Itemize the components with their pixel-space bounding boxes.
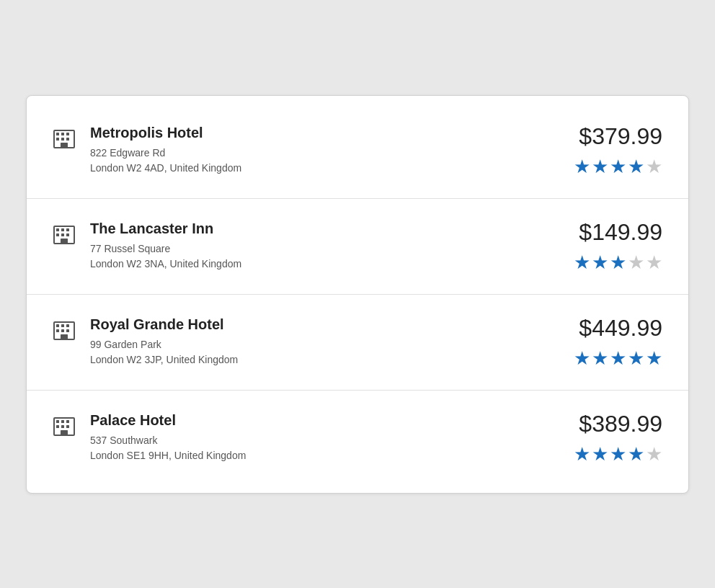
star-empty-icon: ★ [646,156,662,178]
hotel-address-line1: 537 Southwark [90,433,246,448]
svg-rect-23 [61,334,68,339]
hotel-name: Royal Grande Hotel [90,316,238,333]
hotel-right-metropolis: $379.99 ★★★★★ [574,123,662,178]
hotel-address-line2: London W2 3NA, United Kingdom [90,257,241,272]
hotel-right-lancaster: $149.99 ★★★★★ [574,219,662,274]
svg-rect-6 [66,138,69,141]
star-filled-icon: ★ [646,347,662,370]
svg-rect-7 [61,143,68,148]
hotel-left-lancaster: The Lancaster Inn 77 Russel Square Londo… [53,220,241,272]
star-filled-icon: ★ [592,156,608,178]
star-filled-icon: ★ [628,347,644,370]
hotel-item-lancaster[interactable]: The Lancaster Inn 77 Russel Square Londo… [27,199,688,295]
star-filled-icon: ★ [574,443,590,466]
hotel-price: $449.99 [574,315,662,342]
svg-rect-15 [61,239,68,244]
hotel-name: Palace Hotel [90,412,246,429]
star-filled-icon: ★ [610,156,626,178]
hotel-left-royalgrande: Royal Grande Hotel 99 Garden Park London… [53,316,238,368]
star-filled-icon: ★ [574,347,590,370]
star-filled-icon: ★ [592,251,608,274]
hotel-right-palace: $389.99 ★★★★★ [574,411,662,466]
svg-rect-10 [61,228,64,231]
star-filled-icon: ★ [610,251,626,274]
hotel-left-palace: Palace Hotel 537 Southwark London SE1 9H… [53,412,246,463]
hotel-item-royalgrande[interactable]: Royal Grande Hotel 99 Garden Park London… [27,295,688,391]
star-filled-icon: ★ [628,443,644,466]
star-filled-icon: ★ [592,443,608,466]
hotel-price: $379.99 [574,123,662,150]
star-filled-icon: ★ [592,347,608,370]
hotel-address-line1: 77 Russel Square [90,241,241,257]
star-filled-icon: ★ [610,443,626,466]
svg-rect-11 [66,228,69,231]
hotel-right-royalgrande: $449.99 ★★★★★ [574,315,662,370]
hotel-info-palace: Palace Hotel 537 Southwark London SE1 9H… [90,412,246,463]
svg-rect-5 [61,138,64,141]
svg-rect-14 [66,233,69,236]
hotel-address-line2: London W2 3JP, United Kingdom [90,352,238,368]
svg-rect-27 [66,420,69,423]
star-filled-icon: ★ [610,347,626,370]
svg-rect-4 [56,138,59,141]
svg-rect-13 [61,233,64,236]
hotel-item-metropolis[interactable]: Metropolis Hotel 822 Edgware Rd London W… [27,103,688,199]
svg-rect-22 [66,329,69,332]
svg-rect-21 [61,329,64,332]
star-filled-icon: ★ [574,156,590,178]
hotel-address-line2: London SE1 9HH, United Kingdom [90,448,246,463]
svg-rect-28 [56,425,59,428]
star-filled-icon: ★ [574,251,590,274]
hotel-info-lancaster: The Lancaster Inn 77 Russel Square Londo… [90,220,241,272]
building-icon [53,319,76,342]
hotel-info-metropolis: Metropolis Hotel 822 Edgware Rd London W… [90,125,241,176]
hotel-stars: ★★★★★ [574,251,662,274]
building-icon [53,128,76,151]
svg-rect-31 [61,430,68,435]
hotel-address-line1: 822 Edgware Rd [90,146,241,161]
hotel-stars: ★★★★★ [574,156,662,178]
hotel-info-royalgrande: Royal Grande Hotel 99 Garden Park London… [90,316,238,368]
svg-rect-25 [56,420,59,423]
hotel-stars: ★★★★★ [574,347,662,370]
svg-rect-20 [56,329,59,332]
svg-rect-3 [66,133,69,135]
hotel-address-line2: London W2 4AD, United Kingdom [90,161,241,176]
svg-rect-29 [61,425,64,428]
hotel-name: Metropolis Hotel [90,125,241,141]
hotel-price: $149.99 [574,219,662,246]
svg-rect-18 [61,324,64,327]
star-empty-icon: ★ [646,251,662,274]
star-filled-icon: ★ [628,156,644,178]
building-icon [53,223,76,246]
hotel-stars: ★★★★★ [574,443,662,466]
building-icon [53,415,76,438]
svg-rect-2 [61,133,64,135]
hotel-address-line1: 99 Garden Park [90,337,238,352]
svg-rect-17 [56,324,59,327]
svg-rect-30 [66,425,69,428]
star-empty-icon: ★ [646,443,662,466]
svg-rect-1 [56,133,59,135]
star-empty-icon: ★ [628,251,644,274]
svg-rect-12 [56,233,59,236]
svg-rect-19 [66,324,69,327]
hotel-price: $389.99 [574,411,662,437]
svg-rect-26 [61,420,64,423]
svg-rect-9 [56,228,59,231]
hotel-list: Metropolis Hotel 822 Edgware Rd London W… [26,95,689,494]
hotel-left-metropolis: Metropolis Hotel 822 Edgware Rd London W… [53,125,241,176]
hotel-name: The Lancaster Inn [90,220,241,237]
hotel-item-palace[interactable]: Palace Hotel 537 Southwark London SE1 9H… [27,391,688,486]
